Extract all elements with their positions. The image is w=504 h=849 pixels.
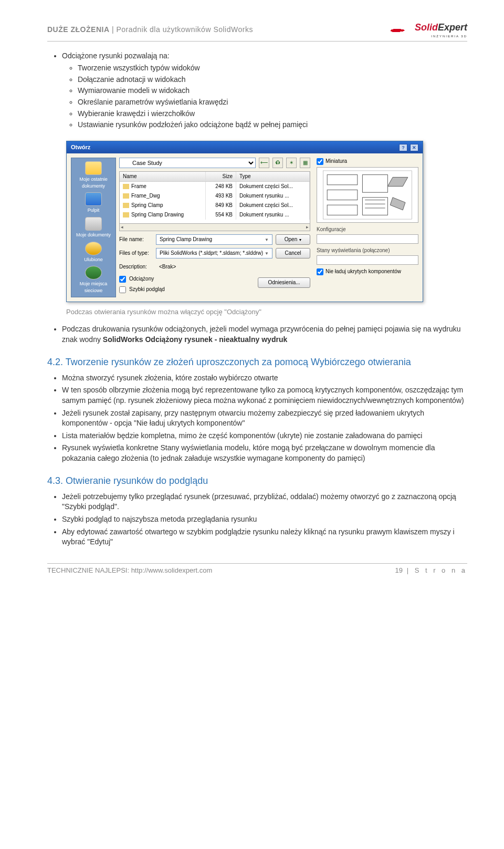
file-row[interactable]: Spring Clamp 849 KB Dokument części Sol.… bbox=[120, 201, 310, 210]
description-row: Description: <Brak> bbox=[119, 262, 310, 272]
open-button[interactable]: Open▾ bbox=[276, 234, 310, 245]
footer-page-word: | S t r o n a bbox=[403, 566, 467, 574]
page-header: DUŻE ZŁOŻENIA | Poradnik dla użytkownikó… bbox=[47, 21, 467, 42]
logo-text: SolidExpert bbox=[415, 21, 467, 34]
file-icon bbox=[123, 193, 129, 199]
file-row[interactable]: Frame 248 KB Dokument części Sol... bbox=[120, 182, 310, 191]
header-left-sub: | Poradnik dla użytkowników SolidWorks bbox=[110, 25, 253, 34]
chevron-down-icon[interactable]: ▼ bbox=[265, 237, 269, 243]
section1-item: Ustawianie rysunków podzłożeń jako odcią… bbox=[78, 120, 467, 130]
section1-list: Odciążone rysunki pozwalają na: Tworzeni… bbox=[47, 51, 467, 130]
quickview-checkbox-row: Szybki podgląd bbox=[119, 286, 165, 293]
open-dialog-screenshot: Otwórz ? ✕ Moje ostatnie dokumenty Pulpi… bbox=[66, 141, 467, 303]
scroll-right-icon[interactable]: ▸ bbox=[306, 224, 309, 231]
section1-intro-text: Odciążone rysunki pozwalają na: bbox=[62, 51, 170, 60]
section-4-2-heading: 4.2. Tworzenie rysunków ze złożeń uprosz… bbox=[47, 356, 467, 369]
section1-item: Tworzenie wszystkich typów widoków bbox=[78, 63, 467, 74]
place-network[interactable]: Moje miejsca sieciowe bbox=[72, 265, 114, 295]
logo-subtitle: INŻYNIERIA 3D bbox=[415, 34, 467, 38]
list-item: Rysunek wyświetla konkretne Stany wyświe… bbox=[62, 443, 467, 463]
footer-left-pre: TECHNICZNIE NAJLEPSI: bbox=[47, 566, 131, 574]
folder-icon bbox=[85, 161, 102, 175]
place-label: Moje dokumenty bbox=[76, 232, 111, 237]
list-item: Aby edytować zawartość otwartego w szybk… bbox=[62, 527, 467, 547]
file-type: Dokument części Sol... bbox=[236, 201, 310, 210]
place-label: Moje miejsca sieciowe bbox=[80, 281, 108, 293]
place-documents[interactable]: Moje dokumenty bbox=[72, 216, 114, 240]
place-favorites[interactable]: Ulubione bbox=[72, 241, 114, 264]
place-desktop[interactable]: Pulpit bbox=[72, 191, 114, 215]
footer-left: TECHNICZNIE NAJLEPSI: http://www.solidex… bbox=[47, 566, 212, 575]
lightweight-checkbox[interactable] bbox=[119, 276, 126, 283]
list-item: W ten sposób olbrzymie złożenia mogą być… bbox=[62, 385, 467, 406]
thumbnail-label: Miniatura bbox=[326, 158, 347, 165]
file-size: 248 KB bbox=[206, 182, 236, 191]
thumbnail-preview bbox=[317, 167, 418, 223]
up-icon[interactable]: ⮉ bbox=[272, 158, 283, 168]
references-button[interactable]: Odniesienia... bbox=[258, 277, 310, 288]
filetype-dropdown[interactable]: Pliki SolidWorks (*.sldprt; *.sldasm; *.… bbox=[156, 248, 272, 258]
quickview-checkbox[interactable] bbox=[119, 286, 126, 293]
dialog-titlebar: Otwórz ? ✕ bbox=[67, 141, 423, 153]
horizontal-scrollbar[interactable]: ◂▸ bbox=[119, 224, 310, 231]
section1-item: Wybieranie krawędzi i wierzchołków bbox=[78, 109, 467, 119]
filetype-row: Files of type: Pliki SolidWorks (*.sldpr… bbox=[119, 248, 310, 258]
chevron-down-icon[interactable]: ▼ bbox=[265, 251, 269, 256]
chevron-down-icon[interactable]: ▾ bbox=[299, 237, 301, 243]
cancel-button[interactable]: Cancel bbox=[276, 248, 310, 258]
lookin-dropdown[interactable]: Case Study bbox=[119, 158, 256, 168]
place-recent[interactable]: Moje ostatnie dokumenty bbox=[72, 160, 114, 190]
figure-caption: Podczas otwierania rysunków można włączy… bbox=[66, 307, 467, 317]
thumbnail-checkbox[interactable] bbox=[317, 158, 323, 165]
col-name[interactable]: Name bbox=[120, 172, 206, 181]
dialog-title: Otwórz bbox=[71, 143, 90, 151]
section1-item: Określanie parametrów wyświetlania krawę… bbox=[78, 97, 467, 108]
close-icon[interactable]: ✕ bbox=[410, 144, 418, 151]
footer-page: 19 | S t r o n a bbox=[395, 566, 467, 575]
section-4-3-list: Jeżeli potrzebujemy tylko przeglądać rys… bbox=[47, 492, 467, 547]
footer-page-num: 19 bbox=[395, 566, 403, 574]
file-name: Frame bbox=[131, 183, 146, 189]
back-icon[interactable]: ⟵ bbox=[259, 158, 269, 168]
file-icon bbox=[123, 203, 129, 208]
place-label: Ulubione bbox=[84, 257, 103, 262]
filename-value: Spring Clamp Drawing bbox=[160, 236, 212, 243]
displaystates-box[interactable] bbox=[317, 255, 418, 265]
filename-row: File name: Spring Clamp Drawing▼ Open▾ bbox=[119, 234, 310, 245]
file-size: 493 KB bbox=[206, 191, 236, 201]
section-4-2-list: Można stworzyć rysunek złożenia, które z… bbox=[47, 373, 467, 464]
documents-icon bbox=[85, 217, 102, 231]
logo-swoosh-icon bbox=[391, 25, 412, 35]
list-item: Jeżeli rysunek został zapisany, przy nas… bbox=[62, 408, 467, 429]
description-label: Description: bbox=[119, 263, 153, 271]
file-type: Dokument części Sol... bbox=[236, 182, 310, 191]
lookin-row: Case Study ⟵ ⮉ ✶ ▦ bbox=[119, 158, 310, 168]
drawing-preview-icon bbox=[319, 170, 416, 220]
newfolder-icon[interactable]: ✶ bbox=[286, 158, 297, 168]
file-row[interactable]: Spring Clamp Drawing 554 KB Dokument rys… bbox=[120, 210, 310, 220]
file-row[interactable]: Frame_Dwg 493 KB Dokument rysunku ... bbox=[120, 191, 310, 201]
views-icon[interactable]: ▦ bbox=[300, 158, 310, 168]
open-label: Open bbox=[285, 236, 297, 243]
noload-label: Nie ładuj ukrytych komponentów bbox=[326, 268, 401, 275]
lightweight-checkbox-row: Odciążony bbox=[119, 275, 165, 283]
help-icon[interactable]: ? bbox=[399, 144, 407, 151]
col-size[interactable]: Size bbox=[206, 172, 236, 181]
logo-brand1: Solid bbox=[415, 22, 438, 33]
scroll-left-icon[interactable]: ◂ bbox=[121, 224, 123, 231]
quickview-label: Szybki podgląd bbox=[129, 286, 165, 293]
section1-item: Wymiarowanie modeli w widokach bbox=[78, 86, 467, 96]
filename-input[interactable]: Spring Clamp Drawing▼ bbox=[156, 234, 272, 245]
network-icon bbox=[85, 266, 102, 279]
afterimage-list: Podczas drukowania rysunków odciążonych,… bbox=[47, 324, 467, 345]
configurations-label: Konfiguracje bbox=[317, 226, 418, 233]
configurations-box[interactable] bbox=[317, 234, 418, 244]
header-left-title: DUŻE ZŁOŻENIA bbox=[47, 25, 110, 34]
window-buttons: ? ✕ bbox=[398, 143, 418, 151]
list-item: Lista materiałów będzie kompletna, mimo … bbox=[62, 431, 467, 441]
file-list[interactable]: Name Size Type Frame 248 KB Dokument czę… bbox=[119, 171, 310, 224]
description-value: <Brak> bbox=[156, 262, 272, 272]
col-type[interactable]: Type bbox=[236, 172, 310, 181]
header-title: DUŻE ZŁOŻENIA | Poradnik dla użytkownikó… bbox=[47, 25, 253, 35]
noload-checkbox[interactable] bbox=[317, 268, 323, 275]
